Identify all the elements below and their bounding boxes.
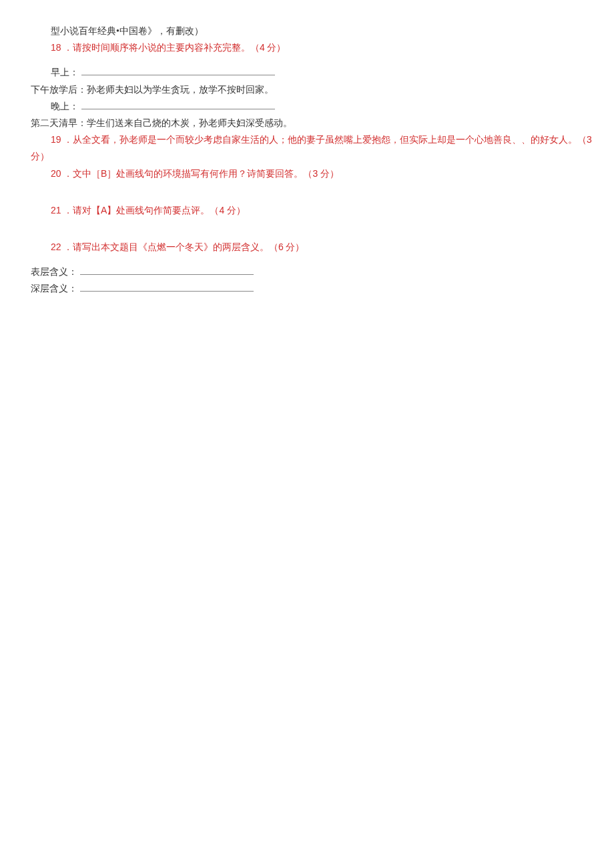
points-number: 6 [278,242,284,252]
deep-meaning-line: 深层含义： [0,280,614,297]
spacer [0,219,614,239]
question-number: 20 [51,168,61,179]
spacer [0,256,614,264]
fill-blank[interactable] [80,266,254,275]
question-text: ．请对【 [63,205,101,215]
points: 6 分） [278,242,304,252]
nextday-text: 第二天清早：学生们送来自己烧的木炭，孙老师夫妇深受感动。 [31,118,292,128]
question-text-cont: 分） [31,151,49,161]
points: 4 分） [260,43,286,53]
fill-blank[interactable] [81,100,275,109]
spacer [0,56,614,64]
question-20: 20 ．文中［B］处画线句的环境描写有何作用？诗简要回答。（3 分） [0,165,614,182]
question-22: 22 ．请写出本文题目《点燃一个冬天》的两层含义。（6 分） [0,239,614,256]
question-18: 18 ．请按时间顺序将小说的主要内容补充完整。（4 分） [0,39,614,56]
fill-blank[interactable] [80,282,254,292]
question-19: 19 ．从全文看，孙老师是一个而较少考虑自家生活的人；他的妻子虽然嘴上爱抱怨，但… [0,131,614,165]
points-unit: 分） [224,205,246,215]
surface-meaning-line: 表层含义： [0,264,614,280]
question-text: 】处画线句作简要点评。（ [107,205,219,215]
question-21: 21 ．请对【A】处画线句作简要点评。（4 分） [0,202,614,219]
question-number: 18 [51,42,61,53]
document-page: 型小说百年经典•中国卷》，有删改） 18 ．请按时间顺序将小说的主要内容补充完整… [0,23,614,297]
question-number: 22 [51,242,61,252]
points-unit: 分） [318,169,339,179]
question-text: ］处画线句的环境描写有何作用？诗简要回答。（ [107,169,312,179]
points: 3 分） [312,169,338,179]
points: 4 分） [219,205,245,215]
evening-line: 晚上： [0,98,614,115]
evening-label: 晚上： [51,101,79,111]
context-line: 型小说百年经典•中国卷》，有删改） [0,23,614,39]
points-unit: 分） [284,242,305,252]
surface-label: 表层含义： [31,267,77,277]
morning-line: 早上： [0,64,614,81]
points-number: 4 [260,42,265,53]
nextday-line: 第二天清早：学生们送来自己烧的木炭，孙老师夫妇深受感动。 [0,115,614,131]
question-text: ．请写出本文题目《点燃一个冬天》的两层含义。（ [63,242,278,252]
afternoon-text: 下午放学后：孙老师夫妇以为学生贪玩，放学不按时回家。 [31,85,274,95]
morning-label: 早上： [51,67,79,77]
question-text: ．请按时间顺序将小说的主要内容补充完整。（ [63,43,260,53]
question-text: ．文中［ [63,169,101,179]
deep-label: 深层含义： [31,284,77,294]
question-number: 19 [51,134,61,145]
points-number: 3 [587,134,592,145]
question-text: ．从全文看，孙老师是一个而较少考虑自家生活的人；他的妻子虽然嘴上爱抱怨，但实际上… [63,135,587,145]
spacer [0,182,614,202]
text: 型小说百年经典•中国卷》，有删改） [51,26,204,36]
question-number: 21 [51,205,61,215]
points-unit: 分） [265,43,286,53]
fill-blank[interactable] [81,66,275,75]
afternoon-line: 下午放学后：孙老师夫妇以为学生贪玩，放学不按时回家。 [0,81,614,98]
